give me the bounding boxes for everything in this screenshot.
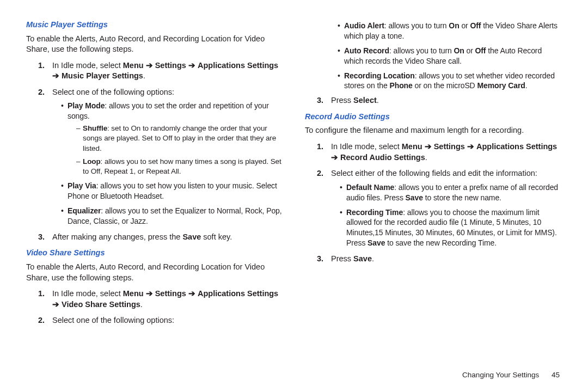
arrow-icon: ➔	[188, 289, 195, 298]
t: Applications Settings	[198, 289, 278, 298]
step-text: Press Save.	[331, 254, 374, 263]
t: Audio Alert	[344, 21, 384, 30]
t: Save	[367, 238, 385, 247]
step-number: 2.	[317, 168, 323, 179]
step-text: In Idle mode, select Menu ➔ Settings ➔ A…	[52, 289, 278, 309]
record-step-1: 1. In Idle mode, select Menu ➔ Settings …	[320, 142, 562, 163]
arrow-icon: ➔	[52, 300, 59, 309]
left-column: Music Player Settings To enable the Aler…	[26, 17, 283, 367]
step-number: 3.	[38, 232, 45, 243]
t: or	[464, 46, 475, 55]
t: Settings	[434, 142, 465, 151]
step-number: 2.	[38, 87, 45, 98]
opt-loop: Loop: allows you to set how many times a…	[76, 157, 283, 176]
record-step-2: 2. Select either of the following fields…	[320, 168, 562, 248]
video-share-steps-cont: 3. Press Select.	[305, 95, 562, 106]
opt-play-mode: Play Mode: allows you to set the order a…	[61, 101, 283, 176]
step-text: Press Select.	[331, 96, 379, 105]
t: In Idle mode, select	[331, 142, 402, 151]
video-steps: 1. In Idle mode, select Menu ➔ Settings …	[26, 289, 283, 326]
t: Equalizer	[68, 206, 101, 215]
t: or	[460, 21, 470, 30]
record-options: Default Name: allows you to enter a pref…	[331, 182, 562, 248]
t: Recording Time	[346, 208, 403, 217]
t: : allows you to set how you listen to yo…	[68, 181, 277, 200]
play-mode-sub: Shuffle: set to On to randomly change th…	[68, 124, 283, 176]
t: On	[454, 46, 464, 55]
t: Settings	[155, 61, 186, 70]
opt-auto-record: Auto Record: allows you to turn On or Of…	[338, 46, 562, 66]
music-step-3: 3. After making any changes, press the S…	[41, 232, 283, 243]
music-step-2: 2. Select one of the following options: …	[41, 87, 283, 226]
t: Play Mode	[68, 101, 105, 110]
record-steps: 1. In Idle mode, select Menu ➔ Settings …	[305, 142, 562, 265]
page-footer: Changing Your Settings 45	[26, 371, 562, 379]
t: Recording Location	[344, 71, 415, 80]
t: soft key.	[201, 232, 232, 241]
heading-video-share-settings: Video Share Settings	[26, 248, 283, 259]
t: Memory Card	[477, 81, 525, 90]
t: .	[525, 81, 528, 90]
t: On	[449, 21, 459, 30]
t: After making any changes, press the	[52, 232, 182, 241]
t: Shuffle	[83, 124, 107, 132]
step-text: After making any changes, press the Save…	[52, 232, 232, 241]
t: Press	[331, 254, 353, 263]
record-intro: To configure the filename and maximum le…	[305, 125, 562, 136]
video-step-3: 3. Press Select.	[320, 95, 562, 106]
video-step-2: 2. Select one of the following options:	[41, 315, 283, 326]
heading-music-player-settings: Music Player Settings	[26, 20, 283, 30]
t: Save	[182, 232, 201, 241]
step-number: 1.	[38, 289, 45, 299]
video-share-options: Audio Alert: allows you to turn On or Of…	[305, 21, 562, 91]
opt-equalizer: Equalizer: allows you to set the Equaliz…	[61, 206, 283, 226]
footer-section-title: Changing Your Settings	[462, 371, 539, 379]
t: Play Via	[68, 181, 96, 190]
arrow-icon: ➔	[146, 61, 153, 70]
opt-shuffle: Shuffle: set to On to randomly change th…	[76, 124, 283, 154]
page: Music Player Settings To enable the Aler…	[0, 0, 588, 392]
arrow-icon: ➔	[188, 61, 195, 70]
t: : allows you to set how many times a son…	[83, 157, 281, 175]
heading-record-audio-settings: Record Audio Settings	[305, 112, 562, 122]
music-step-1: 1. In Idle mode, select Menu ➔ Settings …	[41, 60, 283, 82]
t: or on the microSD	[413, 81, 477, 90]
opt-default-name: Default Name: allows you to enter a pref…	[340, 182, 562, 203]
t: Applications Settings	[476, 142, 557, 151]
t: : allows you to turn	[384, 21, 449, 30]
t: Off	[475, 46, 486, 55]
music-steps: 1. In Idle mode, select Menu ➔ Settings …	[26, 60, 283, 243]
t: Auto Record	[344, 46, 389, 55]
step-text: Select either of the following fields an…	[331, 169, 537, 177]
video-step-1: 1. In Idle mode, select Menu ➔ Settings …	[41, 289, 283, 310]
t: to save the new Recording Time.	[385, 238, 497, 247]
arrow-icon: ➔	[331, 153, 338, 162]
t: Menu	[123, 61, 144, 70]
step-number: 1.	[38, 60, 45, 71]
t: : allows you to turn	[389, 46, 454, 55]
music-intro: To enable the Alerts, Auto Record, and R…	[26, 34, 283, 55]
arrow-icon: ➔	[467, 142, 474, 151]
t: Video Share Settings	[62, 300, 140, 309]
arrow-icon: ➔	[425, 142, 432, 151]
t: Press	[331, 96, 353, 105]
page-number: 45	[541, 371, 560, 379]
opt-recording-time: Recording Time: allows you to choose the…	[340, 207, 562, 249]
opt-play-via: Play Via: allows you to set how you list…	[61, 181, 283, 201]
t: Loop	[83, 157, 101, 166]
step-text: Select one of the following options:	[52, 316, 174, 324]
step-text: Select one of the following options:	[52, 88, 174, 96]
t: Menu	[402, 142, 422, 151]
t: : set to On to randomly change the order…	[83, 124, 276, 152]
t: Phone	[389, 81, 412, 90]
step-number: 3.	[317, 95, 323, 106]
right-column: Audio Alert: allows you to turn On or Of…	[305, 17, 562, 367]
record-step-3: 3. Press Save.	[320, 254, 562, 265]
t: Default Name	[346, 183, 394, 192]
t: In Idle mode, select	[52, 289, 123, 298]
t: Applications Settings	[198, 61, 278, 70]
opt-recording-location: Recording Location: allows you to set wh…	[338, 71, 562, 91]
t: Menu	[123, 289, 144, 298]
arrow-icon: ➔	[146, 289, 153, 298]
t: Save	[406, 193, 423, 202]
